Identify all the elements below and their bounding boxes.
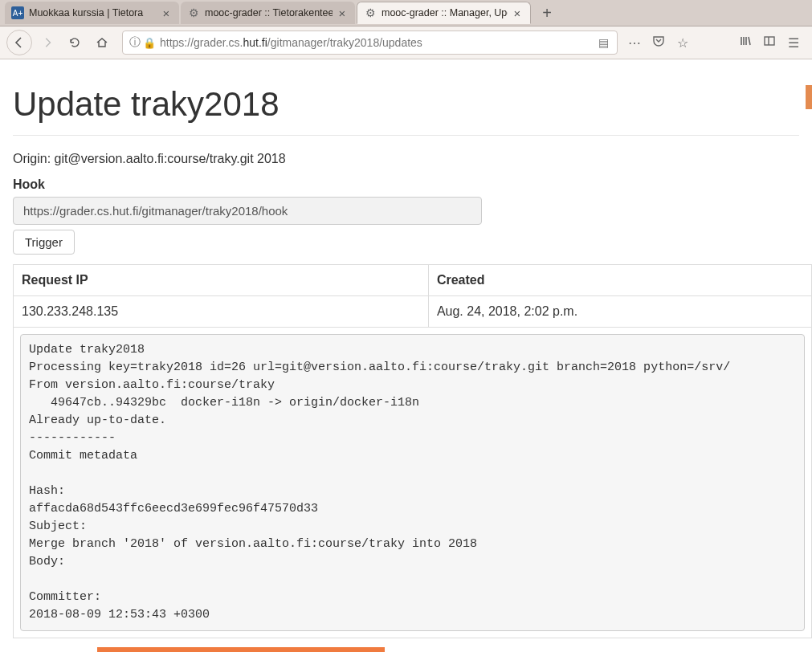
browser-tab-0[interactable]: A+ Muokkaa kurssia | Tietora × — [5, 2, 179, 24]
library-icon[interactable] — [737, 35, 754, 51]
page-actions-icon[interactable]: ⋯ — [626, 35, 643, 51]
url-bar[interactable]: ⓘ 🔒 https://grader.cs.hut.fi/gitmanager/… — [122, 31, 618, 55]
arrow-left-icon — [13, 36, 26, 49]
toolbar-right-icons: ⋯ ☆ ☰ — [626, 35, 806, 51]
browser-tab-2[interactable]: ⚙ mooc-grader :: Manager, Upd × — [357, 2, 531, 24]
page-title: Update traky2018 — [13, 85, 799, 124]
browser-chrome: A+ Muokkaa kurssia | Tietora × ⚙ mooc-gr… — [0, 0, 812, 59]
sidebar-icon[interactable] — [761, 35, 778, 51]
origin-text: Origin: git@version.aalto.fi:course/trak… — [13, 152, 799, 166]
browser-tab-1[interactable]: ⚙ mooc-grader :: Tietorakentee × — [181, 2, 355, 24]
content-scrollbar[interactable] — [806, 85, 812, 109]
close-icon[interactable]: × — [160, 6, 173, 20]
table-log-row: Update traky2018 Processing key=traky201… — [14, 328, 812, 638]
site-info-icon[interactable]: ⓘ — [128, 35, 142, 50]
reader-mode-icon[interactable]: ▤ — [594, 36, 612, 49]
menu-icon[interactable]: ☰ — [785, 35, 802, 51]
hook-group: Trigger — [13, 197, 799, 255]
tab-title: Muokkaa kurssia | Tietora — [29, 7, 157, 18]
tab-title: mooc-grader :: Tietorakentee — [205, 7, 333, 18]
page-content: Update traky2018 Origin: git@version.aal… — [0, 85, 812, 638]
reload-icon — [68, 36, 81, 49]
hook-url-input[interactable] — [13, 197, 482, 225]
reload-button[interactable] — [63, 31, 87, 55]
arrow-right-icon — [42, 37, 53, 48]
gear-icon: ⚙ — [187, 6, 200, 19]
close-icon[interactable]: × — [511, 6, 524, 20]
col-created: Created — [428, 265, 811, 296]
home-button[interactable] — [90, 31, 114, 55]
bookmark-star-icon[interactable]: ☆ — [674, 35, 692, 51]
col-request-ip: Request IP — [14, 265, 429, 296]
table-row: 130.233.248.135 Aug. 24, 2018, 2:02 p.m. — [14, 296, 812, 328]
forward-button[interactable] — [35, 31, 59, 55]
close-icon[interactable]: × — [336, 6, 349, 20]
cell-request-ip: 130.233.248.135 — [14, 296, 429, 328]
divider — [13, 135, 799, 136]
loading-progress-bar — [97, 647, 385, 652]
trigger-button[interactable]: Trigger — [13, 230, 75, 255]
browser-toolbar: ⓘ 🔒 https://grader.cs.hut.fi/gitmanager/… — [0, 26, 812, 59]
cell-created: Aug. 24, 2018, 2:02 p.m. — [428, 296, 811, 328]
tab-title: mooc-grader :: Manager, Upd — [382, 7, 508, 18]
pocket-icon[interactable] — [650, 35, 667, 51]
gear-icon: ⚙ — [364, 6, 377, 19]
lock-icon: 🔒 — [142, 37, 157, 49]
svg-rect-0 — [765, 37, 774, 45]
tab-strip: A+ Muokkaa kurssia | Tietora × ⚙ mooc-gr… — [0, 0, 812, 26]
new-tab-button[interactable]: + — [536, 2, 558, 24]
build-log: Update traky2018 Processing key=traky201… — [20, 334, 805, 631]
back-button[interactable] — [6, 30, 32, 55]
table-header-row: Request IP Created — [14, 265, 812, 296]
home-icon — [96, 36, 108, 49]
hook-label: Hook — [13, 177, 799, 192]
updates-table: Request IP Created 130.233.248.135 Aug. … — [13, 264, 812, 638]
url-text: https://grader.cs.hut.fi/gitmanager/trak… — [160, 36, 594, 49]
aplus-icon: A+ — [11, 6, 24, 19]
